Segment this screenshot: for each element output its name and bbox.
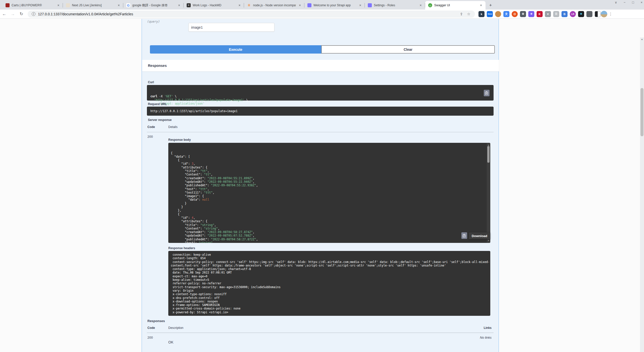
strapi-favicon-icon <box>307 3 311 7</box>
puzzle-extensions-icon[interactable] <box>586 11 592 17</box>
back-icon[interactable]: ← <box>0 12 9 17</box>
execute-button[interactable]: Execute <box>150 45 321 54</box>
tab-title: Work Logs - HackMD <box>193 4 235 7</box>
gear-icon[interactable]: ⚙ <box>520 11 526 17</box>
ibuypower-favicon-icon <box>6 3 10 7</box>
clipboard-icon <box>485 91 488 95</box>
orange-o-icon[interactable]: O <box>512 11 518 17</box>
browser-tab-4[interactable]: ≡Work Logs - HackMD× <box>184 1 244 10</box>
download-button[interactable]: Download <box>469 232 490 239</box>
get-articles-opblock: (query) Execute Clear Responses Curl cur… <box>142 19 499 352</box>
populate-parameter-input[interactable] <box>188 23 274 32</box>
tag-b-icon[interactable]: B <box>561 11 568 17</box>
browser-tab-8[interactable]: ( )Swagger UI× <box>425 1 486 10</box>
swagger-page: (query) Execute Clear Responses Curl cur… <box>0 19 644 352</box>
responses-header-label: Responses <box>148 64 167 68</box>
react-atom-icon[interactable]: ⚛ <box>578 11 584 17</box>
contrast-icon[interactable] <box>595 11 601 17</box>
clear-button[interactable]: Clear <box>321 45 495 54</box>
response-body-box: { "data": [ { "id": 3, "attributes": { "… <box>168 143 490 243</box>
tab-search-icon[interactable]: ∨ <box>615 1 617 4</box>
doc-links-value: No links <box>480 336 492 339</box>
hackmd-favicon-icon: ≡ <box>187 3 191 7</box>
tab-title: google 翻譯 - Google 搜尋 <box>132 3 175 8</box>
cookie-icon[interactable] <box>495 11 501 17</box>
browser-tab-2[interactable]: Next JS Live [Jenkins]× <box>63 1 123 10</box>
bookmark-star-icon[interactable]: ☆ <box>467 12 470 16</box>
browser-menu-icon[interactable]: ⋮ <box>609 12 613 16</box>
tab-title: Welcome to your Strapi app <box>313 4 356 7</box>
browser-tab-5[interactable]: ☰node.js - Node version incompati× <box>244 1 304 10</box>
new-tab-button[interactable]: + <box>487 2 494 9</box>
page-scrollbar[interactable]: ▲ ▼ <box>640 37 644 352</box>
scroll-up-icon[interactable]: ▲ <box>640 38 644 40</box>
divider <box>147 132 494 132</box>
tab-close-icon[interactable]: × <box>56 3 60 7</box>
divider <box>147 333 494 333</box>
browser-tab-6[interactable]: Welcome to your Strapi app× <box>304 1 365 10</box>
forward-icon[interactable]: → <box>9 12 17 17</box>
vimeo-v-icon[interactable]: ▼ <box>545 11 551 17</box>
tabs-container: Carts | iBUYPOWER®×Next JS Live [Jenkins… <box>3 1 486 10</box>
copy-curl-icon[interactable] <box>484 90 490 96</box>
curl-command-box: curl -X 'GET' \ 'http://127.0.0.1:1337/a… <box>147 85 494 101</box>
tab-close-icon[interactable]: × <box>298 3 302 7</box>
translate-icon[interactable]: 文 <box>503 11 509 17</box>
server-response-details-header: Details <box>168 125 178 129</box>
tab-title: Settings - Roles <box>374 4 417 7</box>
browser-tab-strip: Carts | iBUYPOWER®×Next JS Live [Jenkins… <box>0 0 644 10</box>
red-k-icon[interactable]: K <box>537 11 543 17</box>
copy-response-icon[interactable] <box>461 232 467 239</box>
tab-title: Swagger UI <box>434 4 477 7</box>
response-body-tab[interactable]: Response body <box>168 138 191 142</box>
server-response-label: Server response <box>148 118 172 122</box>
doc-code-value: 200 <box>147 336 153 339</box>
url-text[interactable]: 127.0.0.1:1337/documentation/v1.0.0#/Art… <box>38 12 133 16</box>
browser-toolbar: ← → ↻ i 127.0.0.1:1337/documentation/v1.… <box>0 10 644 19</box>
browser-tab-1[interactable]: Carts | iBUYPOWER®× <box>3 1 63 10</box>
window-controls: ∨−□× <box>615 1 642 4</box>
response-headers-box: connection: keep-alive content-length: 6… <box>168 251 490 316</box>
list-icon[interactable]: ☰ <box>553 11 559 17</box>
server-response-code-value: 200 <box>147 135 153 139</box>
lighthouse-lr-icon[interactable]: LR <box>570 11 576 17</box>
page-scrollbar-thumb[interactable] <box>640 88 643 136</box>
response-body-actions: Download <box>168 232 490 239</box>
snowflake-4-icon[interactable]: ✳ <box>528 11 534 17</box>
tab-close-icon[interactable]: × <box>358 3 362 7</box>
tab-close-icon[interactable]: × <box>237 3 242 7</box>
browser-tab-7[interactable]: Settings - Roles× <box>365 1 425 10</box>
profile-avatar[interactable] <box>601 11 607 17</box>
maximize-icon[interactable]: □ <box>632 1 634 4</box>
tab-title: Carts | iBUYPOWER® <box>12 4 54 7</box>
response-headers-label: Response headers <box>168 246 195 250</box>
share-icon[interactable]: ⇪ <box>460 12 463 16</box>
response-body-scrollbar[interactable]: ▲ ▼ <box>487 143 490 243</box>
kite-icon[interactable]: k <box>478 11 485 17</box>
site-info-icon[interactable]: i <box>32 12 35 16</box>
doc-description-header: Description <box>168 326 183 330</box>
responses-section-header: Responses <box>142 60 499 71</box>
strapi-favicon-icon <box>368 3 372 7</box>
responses-doc-title: Responses <box>147 319 165 323</box>
new-window-icon[interactable]: New <box>487 11 493 17</box>
tab-close-icon[interactable]: × <box>479 3 483 7</box>
tab-close-icon[interactable]: × <box>177 3 181 7</box>
tab-title: node.js - Node version incompati <box>253 4 296 7</box>
clipboard-icon <box>463 234 466 238</box>
browser-tab-3[interactable]: Ggoogle 翻譯 - Google 搜尋× <box>123 1 184 10</box>
request-url-box: http://127.0.0.1:1337/api/articles?popul… <box>147 107 494 116</box>
scrollbar-thumb[interactable] <box>487 146 490 163</box>
jenkins-favicon-icon <box>66 3 70 7</box>
tab-title: Next JS Live [Jenkins] <box>72 4 115 7</box>
tab-close-icon[interactable]: × <box>419 3 423 7</box>
doc-links-header: Links <box>484 326 492 330</box>
reload-icon[interactable]: ↻ <box>17 11 26 17</box>
minimize-icon[interactable]: − <box>624 1 626 4</box>
swagger-favicon-icon: ( ) <box>428 3 432 7</box>
tab-close-icon[interactable]: × <box>117 3 121 7</box>
close-icon[interactable]: × <box>640 1 642 4</box>
server-response-code-header: Code <box>147 125 155 129</box>
address-bar[interactable]: i 127.0.0.1:1337/documentation/v1.0.0#/A… <box>28 11 475 18</box>
google-favicon-icon: G <box>126 3 130 7</box>
